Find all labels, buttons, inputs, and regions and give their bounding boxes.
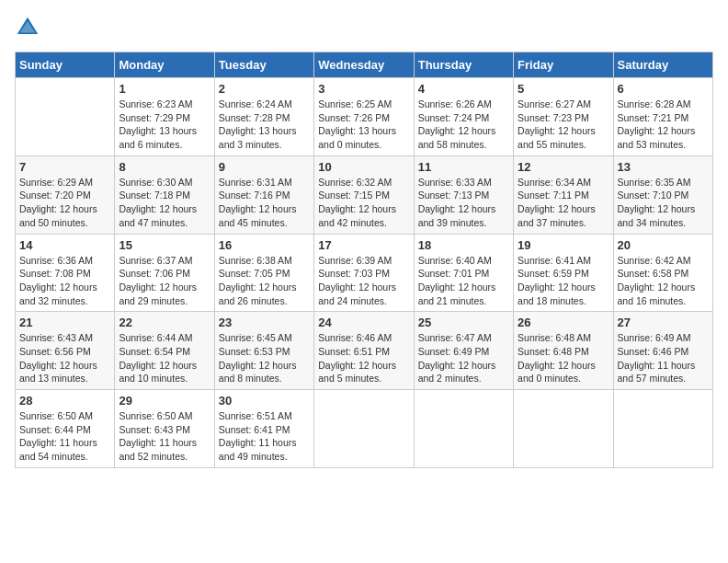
cell-info: Sunrise: 6:31 AMSunset: 7:16 PMDaylight:… [219, 176, 310, 230]
cell-info: Sunrise: 6:46 AMSunset: 6:51 PMDaylight:… [318, 331, 409, 385]
calendar-cell: 9Sunrise: 6:31 AMSunset: 7:16 PMDaylight… [214, 155, 313, 234]
calendar-cell: 18Sunrise: 6:40 AMSunset: 7:01 PMDayligh… [414, 234, 513, 312]
cell-info: Sunrise: 6:41 AMSunset: 6:59 PMDaylight:… [518, 254, 609, 308]
calendar-cell: 2Sunrise: 6:24 AMSunset: 7:28 PMDaylight… [214, 78, 313, 156]
calendar-cell: 23Sunrise: 6:45 AMSunset: 6:53 PMDayligh… [214, 312, 313, 390]
day-number: 16 [219, 238, 310, 252]
calendar-cell: 28Sunrise: 6:50 AMSunset: 6:44 PMDayligh… [16, 390, 115, 468]
cell-info: Sunrise: 6:38 AMSunset: 7:05 PMDaylight:… [219, 254, 310, 308]
cell-info: Sunrise: 6:42 AMSunset: 6:58 PMDaylight:… [618, 254, 709, 308]
calendar-cell: 19Sunrise: 6:41 AMSunset: 6:59 PMDayligh… [514, 234, 613, 312]
cell-info: Sunrise: 6:50 AMSunset: 6:44 PMDaylight:… [19, 409, 110, 464]
cell-info: Sunrise: 6:32 AMSunset: 7:15 PMDaylight:… [318, 176, 409, 230]
day-number: 24 [318, 316, 409, 329]
calendar-cell: 30Sunrise: 6:51 AMSunset: 6:41 PMDayligh… [214, 390, 313, 468]
calendar-cell: 3Sunrise: 6:25 AMSunset: 7:26 PMDaylight… [314, 78, 414, 156]
cell-info: Sunrise: 6:36 AMSunset: 7:08 PMDaylight:… [19, 254, 110, 308]
calendar-cell: 1Sunrise: 6:23 AMSunset: 7:29 PMDaylight… [115, 78, 214, 156]
day-number: 11 [418, 160, 509, 174]
cell-info: Sunrise: 6:50 AMSunset: 6:43 PMDaylight:… [119, 409, 210, 464]
day-number: 23 [219, 316, 310, 329]
calendar-cell: 4Sunrise: 6:26 AMSunset: 7:24 PMDaylight… [414, 78, 513, 156]
cell-info: Sunrise: 6:49 AMSunset: 6:46 PMDaylight:… [618, 331, 709, 385]
cell-info: Sunrise: 6:48 AMSunset: 6:48 PMDaylight:… [518, 331, 609, 385]
calendar-header-thursday: Thursday [414, 52, 513, 78]
cell-info: Sunrise: 6:47 AMSunset: 6:49 PMDaylight:… [418, 331, 509, 385]
day-number: 10 [318, 160, 409, 174]
day-number: 13 [618, 160, 709, 174]
calendar-cell: 22Sunrise: 6:44 AMSunset: 6:54 PMDayligh… [115, 312, 214, 390]
cell-info: Sunrise: 6:27 AMSunset: 7:23 PMDaylight:… [518, 98, 609, 152]
day-number: 19 [518, 238, 609, 252]
cell-info: Sunrise: 6:29 AMSunset: 7:20 PMDaylight:… [19, 176, 110, 230]
day-number: 28 [19, 394, 110, 408]
cell-info: Sunrise: 6:44 AMSunset: 6:54 PMDaylight:… [119, 331, 210, 385]
calendar-header-sunday: Sunday [16, 52, 115, 78]
calendar-week-row: 1Sunrise: 6:23 AMSunset: 7:29 PMDaylight… [16, 78, 713, 156]
calendar-cell [16, 78, 115, 156]
cell-info: Sunrise: 6:30 AMSunset: 7:18 PMDaylight:… [119, 176, 210, 230]
day-number: 4 [418, 82, 509, 96]
cell-info: Sunrise: 6:35 AMSunset: 7:10 PMDaylight:… [618, 176, 709, 230]
day-number: 8 [119, 160, 210, 174]
cell-info: Sunrise: 6:23 AMSunset: 7:29 PMDaylight:… [119, 98, 210, 152]
calendar-cell: 13Sunrise: 6:35 AMSunset: 7:10 PMDayligh… [613, 155, 712, 234]
day-number: 30 [219, 394, 310, 408]
cell-info: Sunrise: 6:37 AMSunset: 7:06 PMDaylight:… [119, 254, 210, 308]
day-number: 21 [19, 316, 110, 329]
day-number: 12 [518, 160, 609, 174]
calendar-header-tuesday: Tuesday [214, 52, 313, 78]
day-number: 18 [418, 238, 509, 252]
cell-info: Sunrise: 6:24 AMSunset: 7:28 PMDaylight:… [219, 98, 310, 152]
calendar-cell: 29Sunrise: 6:50 AMSunset: 6:43 PMDayligh… [115, 390, 214, 468]
calendar-cell: 27Sunrise: 6:49 AMSunset: 6:46 PMDayligh… [613, 312, 712, 390]
day-number: 2 [219, 82, 310, 96]
calendar-header-wednesday: Wednesday [314, 52, 414, 78]
day-number: 25 [418, 316, 509, 329]
cell-info: Sunrise: 6:26 AMSunset: 7:24 PMDaylight:… [418, 98, 509, 152]
calendar-cell: 21Sunrise: 6:43 AMSunset: 6:56 PMDayligh… [16, 312, 115, 390]
calendar-cell: 26Sunrise: 6:48 AMSunset: 6:48 PMDayligh… [514, 312, 613, 390]
calendar-header-friday: Friday [514, 52, 613, 78]
calendar-week-row: 21Sunrise: 6:43 AMSunset: 6:56 PMDayligh… [16, 312, 713, 390]
logo [15, 15, 44, 40]
calendar-cell: 12Sunrise: 6:34 AMSunset: 7:11 PMDayligh… [514, 155, 613, 234]
calendar-cell: 25Sunrise: 6:47 AMSunset: 6:49 PMDayligh… [414, 312, 513, 390]
day-number: 5 [518, 82, 609, 96]
day-number: 6 [618, 82, 709, 96]
day-number: 3 [318, 82, 409, 96]
day-number: 17 [318, 238, 409, 252]
day-number: 14 [19, 238, 110, 252]
day-number: 9 [219, 160, 310, 174]
page-header [15, 15, 713, 40]
calendar-cell: 17Sunrise: 6:39 AMSunset: 7:03 PMDayligh… [314, 234, 414, 312]
calendar-cell: 8Sunrise: 6:30 AMSunset: 7:18 PMDaylight… [115, 155, 214, 234]
cell-info: Sunrise: 6:33 AMSunset: 7:13 PMDaylight:… [418, 176, 509, 230]
day-number: 29 [119, 394, 210, 408]
calendar-cell: 6Sunrise: 6:28 AMSunset: 7:21 PMDaylight… [613, 78, 712, 156]
calendar-cell: 10Sunrise: 6:32 AMSunset: 7:15 PMDayligh… [314, 155, 414, 234]
day-number: 27 [618, 316, 709, 329]
calendar-cell [613, 390, 712, 468]
cell-info: Sunrise: 6:40 AMSunset: 7:01 PMDaylight:… [418, 254, 509, 308]
day-number: 1 [119, 82, 210, 96]
calendar-cell [514, 390, 613, 468]
calendar-cell: 14Sunrise: 6:36 AMSunset: 7:08 PMDayligh… [16, 234, 115, 312]
cell-info: Sunrise: 6:51 AMSunset: 6:41 PMDaylight:… [219, 409, 310, 464]
day-number: 20 [618, 238, 709, 252]
cell-info: Sunrise: 6:43 AMSunset: 6:56 PMDaylight:… [19, 331, 110, 385]
calendar-week-row: 7Sunrise: 6:29 AMSunset: 7:20 PMDaylight… [16, 155, 713, 234]
calendar-header-row: SundayMondayTuesdayWednesdayThursdayFrid… [16, 52, 713, 78]
calendar-cell [414, 390, 513, 468]
calendar-cell: 20Sunrise: 6:42 AMSunset: 6:58 PMDayligh… [613, 234, 712, 312]
calendar-cell: 15Sunrise: 6:37 AMSunset: 7:06 PMDayligh… [115, 234, 214, 312]
day-number: 15 [119, 238, 210, 252]
calendar-week-row: 28Sunrise: 6:50 AMSunset: 6:44 PMDayligh… [16, 390, 713, 468]
cell-info: Sunrise: 6:25 AMSunset: 7:26 PMDaylight:… [318, 98, 409, 152]
calendar-cell [314, 390, 414, 468]
calendar-cell: 24Sunrise: 6:46 AMSunset: 6:51 PMDayligh… [314, 312, 414, 390]
cell-info: Sunrise: 6:28 AMSunset: 7:21 PMDaylight:… [618, 98, 709, 152]
day-number: 7 [19, 160, 110, 174]
calendar-cell: 16Sunrise: 6:38 AMSunset: 7:05 PMDayligh… [214, 234, 313, 312]
calendar-cell: 7Sunrise: 6:29 AMSunset: 7:20 PMDaylight… [16, 155, 115, 234]
